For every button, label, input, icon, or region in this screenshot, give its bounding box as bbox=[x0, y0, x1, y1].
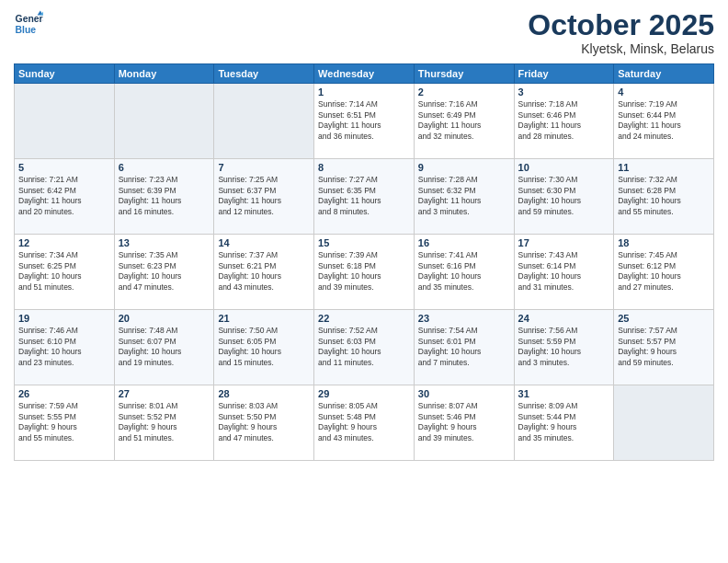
day-number: 22 bbox=[318, 313, 410, 324]
day-number: 18 bbox=[618, 237, 710, 248]
table-row: 22Sunrise: 7:52 AM Sunset: 6:03 PM Dayli… bbox=[314, 310, 415, 385]
day-number: 25 bbox=[618, 313, 710, 324]
day-info: Sunrise: 7:14 AM Sunset: 6:51 PM Dayligh… bbox=[318, 99, 410, 142]
table-row: 23Sunrise: 7:54 AM Sunset: 6:01 PM Dayli… bbox=[414, 310, 514, 385]
calendar-week-2: 5Sunrise: 7:21 AM Sunset: 6:42 PM Daylig… bbox=[15, 159, 714, 235]
table-row: 7Sunrise: 7:25 AM Sunset: 6:37 PM Daylig… bbox=[214, 159, 314, 235]
day-number: 29 bbox=[318, 388, 410, 399]
day-info: Sunrise: 7:52 AM Sunset: 6:03 PM Dayligh… bbox=[318, 326, 410, 368]
table-row bbox=[214, 84, 314, 159]
table-row: 2Sunrise: 7:16 AM Sunset: 6:49 PM Daylig… bbox=[414, 84, 514, 159]
table-row: 31Sunrise: 8:09 AM Sunset: 5:44 PM Dayli… bbox=[514, 385, 614, 461]
location-subtitle: Klyetsk, Minsk, Belarus bbox=[528, 41, 714, 56]
table-row: 13Sunrise: 7:35 AM Sunset: 6:23 PM Dayli… bbox=[114, 235, 214, 310]
table-row: 8Sunrise: 7:27 AM Sunset: 6:35 PM Daylig… bbox=[314, 159, 415, 235]
table-row: 15Sunrise: 7:39 AM Sunset: 6:18 PM Dayli… bbox=[314, 235, 415, 310]
table-row: 30Sunrise: 8:07 AM Sunset: 5:46 PM Dayli… bbox=[414, 385, 514, 461]
col-wednesday: Wednesday bbox=[314, 64, 415, 84]
day-number: 30 bbox=[418, 388, 510, 399]
col-sunday: Sunday bbox=[15, 64, 115, 84]
day-number: 20 bbox=[119, 313, 210, 324]
table-row: 21Sunrise: 7:50 AM Sunset: 6:05 PM Dayli… bbox=[214, 310, 314, 385]
day-number: 21 bbox=[218, 313, 310, 324]
day-number: 16 bbox=[418, 237, 510, 248]
day-info: Sunrise: 7:56 AM Sunset: 5:59 PM Dayligh… bbox=[518, 326, 610, 368]
table-row bbox=[114, 84, 214, 159]
table-row: 20Sunrise: 7:48 AM Sunset: 6:07 PM Dayli… bbox=[114, 310, 214, 385]
day-number: 28 bbox=[218, 388, 310, 399]
col-friday: Friday bbox=[514, 64, 614, 84]
day-number: 13 bbox=[119, 237, 210, 248]
month-title: October 2025 bbox=[528, 9, 714, 41]
day-number: 27 bbox=[119, 388, 210, 399]
table-row: 24Sunrise: 7:56 AM Sunset: 5:59 PM Dayli… bbox=[514, 310, 614, 385]
calendar-header: Sunday Monday Tuesday Wednesday Thursday… bbox=[15, 64, 714, 84]
day-info: Sunrise: 7:18 AM Sunset: 6:46 PM Dayligh… bbox=[518, 99, 610, 142]
calendar-table: Sunday Monday Tuesday Wednesday Thursday… bbox=[14, 63, 714, 461]
day-number: 10 bbox=[518, 162, 610, 173]
day-info: Sunrise: 8:01 AM Sunset: 5:52 PM Dayligh… bbox=[119, 401, 210, 443]
day-info: Sunrise: 7:30 AM Sunset: 6:30 PM Dayligh… bbox=[518, 175, 610, 217]
day-number: 9 bbox=[418, 162, 510, 173]
day-info: Sunrise: 7:43 AM Sunset: 6:14 PM Dayligh… bbox=[518, 250, 610, 293]
day-info: Sunrise: 7:50 AM Sunset: 6:05 PM Dayligh… bbox=[218, 326, 310, 368]
table-row: 10Sunrise: 7:30 AM Sunset: 6:30 PM Dayli… bbox=[514, 159, 614, 235]
day-info: Sunrise: 7:27 AM Sunset: 6:35 PM Dayligh… bbox=[318, 175, 410, 217]
table-row: 16Sunrise: 7:41 AM Sunset: 6:16 PM Dayli… bbox=[414, 235, 514, 310]
day-info: Sunrise: 8:03 AM Sunset: 5:50 PM Dayligh… bbox=[218, 401, 310, 443]
day-info: Sunrise: 8:09 AM Sunset: 5:44 PM Dayligh… bbox=[518, 401, 610, 443]
day-info: Sunrise: 7:25 AM Sunset: 6:37 PM Dayligh… bbox=[218, 175, 310, 217]
day-number: 17 bbox=[518, 237, 610, 248]
table-row: 19Sunrise: 7:46 AM Sunset: 6:10 PM Dayli… bbox=[15, 310, 115, 385]
day-number: 7 bbox=[218, 162, 310, 173]
day-number: 26 bbox=[18, 388, 110, 399]
table-row: 5Sunrise: 7:21 AM Sunset: 6:42 PM Daylig… bbox=[15, 159, 115, 235]
day-number: 4 bbox=[618, 86, 710, 98]
day-info: Sunrise: 7:34 AM Sunset: 6:25 PM Dayligh… bbox=[18, 250, 110, 293]
day-number: 12 bbox=[18, 237, 110, 248]
col-monday: Monday bbox=[114, 64, 214, 84]
day-info: Sunrise: 8:05 AM Sunset: 5:48 PM Dayligh… bbox=[318, 401, 410, 443]
day-info: Sunrise: 7:23 AM Sunset: 6:39 PM Dayligh… bbox=[119, 175, 210, 217]
table-row: 27Sunrise: 8:01 AM Sunset: 5:52 PM Dayli… bbox=[114, 385, 214, 461]
header: General Blue October 2025 Klyetsk, Minsk… bbox=[14, 9, 714, 56]
col-thursday: Thursday bbox=[414, 64, 514, 84]
calendar-body: 1Sunrise: 7:14 AM Sunset: 6:51 PM Daylig… bbox=[15, 84, 714, 461]
day-info: Sunrise: 7:45 AM Sunset: 6:12 PM Dayligh… bbox=[618, 250, 710, 293]
day-info: Sunrise: 7:32 AM Sunset: 6:28 PM Dayligh… bbox=[618, 175, 710, 217]
day-number: 1 bbox=[318, 86, 410, 98]
day-info: Sunrise: 7:59 AM Sunset: 5:55 PM Dayligh… bbox=[18, 401, 110, 443]
day-number: 5 bbox=[18, 162, 110, 173]
table-row: 9Sunrise: 7:28 AM Sunset: 6:32 PM Daylig… bbox=[414, 159, 514, 235]
day-info: Sunrise: 7:41 AM Sunset: 6:16 PM Dayligh… bbox=[418, 250, 510, 293]
table-row: 25Sunrise: 7:57 AM Sunset: 5:57 PM Dayli… bbox=[614, 310, 714, 385]
table-row: 12Sunrise: 7:34 AM Sunset: 6:25 PM Dayli… bbox=[15, 235, 115, 310]
table-row: 4Sunrise: 7:19 AM Sunset: 6:44 PM Daylig… bbox=[614, 84, 714, 159]
logo: General Blue bbox=[14, 9, 43, 39]
day-info: Sunrise: 7:39 AM Sunset: 6:18 PM Dayligh… bbox=[318, 250, 410, 293]
day-number: 24 bbox=[518, 313, 610, 324]
day-info: Sunrise: 8:07 AM Sunset: 5:46 PM Dayligh… bbox=[418, 401, 510, 443]
calendar-week-5: 26Sunrise: 7:59 AM Sunset: 5:55 PM Dayli… bbox=[15, 385, 714, 461]
table-row: 18Sunrise: 7:45 AM Sunset: 6:12 PM Dayli… bbox=[614, 235, 714, 310]
col-tuesday: Tuesday bbox=[214, 64, 314, 84]
day-info: Sunrise: 7:37 AM Sunset: 6:21 PM Dayligh… bbox=[218, 250, 310, 293]
table-row: 1Sunrise: 7:14 AM Sunset: 6:51 PM Daylig… bbox=[314, 84, 415, 159]
day-number: 15 bbox=[318, 237, 410, 248]
table-row: 3Sunrise: 7:18 AM Sunset: 6:46 PM Daylig… bbox=[514, 84, 614, 159]
logo-icon: General Blue bbox=[14, 9, 43, 39]
day-number: 23 bbox=[418, 313, 510, 324]
table-row: 14Sunrise: 7:37 AM Sunset: 6:21 PM Dayli… bbox=[214, 235, 314, 310]
day-info: Sunrise: 7:35 AM Sunset: 6:23 PM Dayligh… bbox=[119, 250, 210, 293]
table-row: 11Sunrise: 7:32 AM Sunset: 6:28 PM Dayli… bbox=[614, 159, 714, 235]
day-number: 11 bbox=[618, 162, 710, 173]
table-row bbox=[614, 385, 714, 461]
day-number: 6 bbox=[119, 162, 210, 173]
day-info: Sunrise: 7:57 AM Sunset: 5:57 PM Dayligh… bbox=[618, 326, 710, 368]
calendar-week-4: 19Sunrise: 7:46 AM Sunset: 6:10 PM Dayli… bbox=[15, 310, 714, 385]
day-info: Sunrise: 7:48 AM Sunset: 6:07 PM Dayligh… bbox=[119, 326, 210, 368]
day-number: 19 bbox=[18, 313, 110, 324]
day-info: Sunrise: 7:21 AM Sunset: 6:42 PM Dayligh… bbox=[18, 175, 110, 217]
day-number: 14 bbox=[218, 237, 310, 248]
header-row: Sunday Monday Tuesday Wednesday Thursday… bbox=[15, 64, 714, 84]
